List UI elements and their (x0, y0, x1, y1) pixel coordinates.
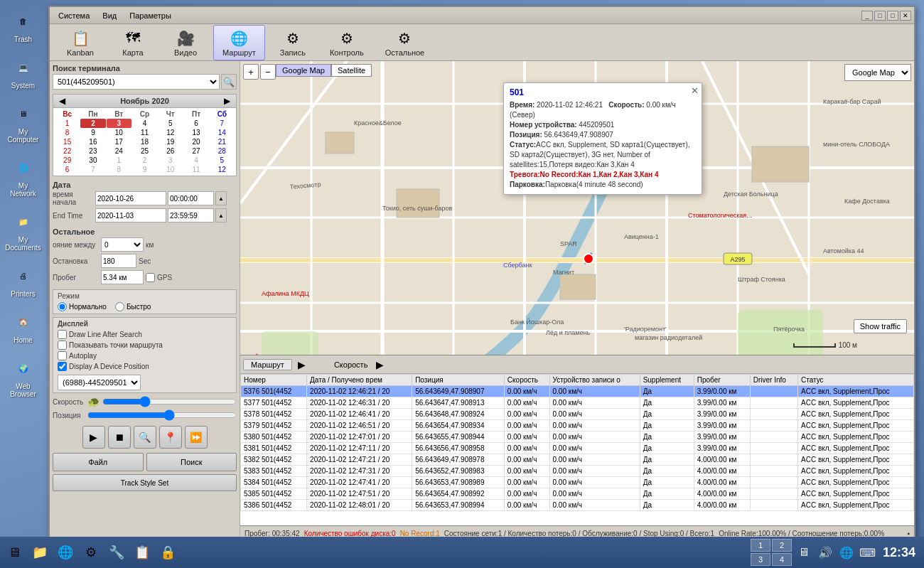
toolbar-kanban[interactable]: 📋 Kanban (55, 25, 105, 60)
cal-day-om-10[interactable]: 10 (158, 165, 183, 174)
show-points-checkbox[interactable] (58, 341, 67, 350)
mileage-input[interactable] (101, 270, 144, 284)
fast-forward-button[interactable]: ⏩ (185, 426, 208, 449)
cal-day-10[interactable]: 10 (107, 128, 131, 137)
track-style-button[interactable]: Track Style Set (53, 474, 237, 491)
restore-button[interactable]: □ (887, 11, 898, 21)
table-row[interactable]: 5380 501(44522020-11-02 12:47:01 / 2056.… (241, 432, 914, 443)
popup-close-button[interactable]: ✕ (691, 85, 699, 96)
cal-day-om-8[interactable]: 8 (107, 165, 131, 174)
menu-vid[interactable]: Вид (97, 10, 122, 21)
table-row[interactable]: 5383 501(44522020-11-02 12:47:31 / 2056.… (241, 466, 914, 477)
cal-day-19[interactable]: 19 (158, 137, 183, 146)
cal-next-button[interactable]: ▶ (221, 96, 233, 106)
mode-fast[interactable]: Быстро (115, 302, 151, 311)
taskbar-icon-4[interactable]: ⚙ (80, 541, 102, 564)
my-documents-icon-desktop[interactable]: 📁 My Documents (3, 206, 44, 254)
mode-normal[interactable]: Нормально (58, 302, 107, 311)
cal-day-29[interactable]: 29 (55, 156, 80, 165)
table-row[interactable]: 5378 501(44522020-11-02 12:46:41 / 2056.… (241, 409, 914, 420)
cal-day-23[interactable]: 23 (80, 146, 105, 156)
cal-day-3[interactable]: 3 (107, 119, 131, 128)
my-computer-icon-desktop[interactable]: 🖥 My Computer (3, 98, 44, 146)
toolbar-video[interactable]: 🎥 Видео (161, 25, 210, 60)
minimize-button[interactable]: _ (861, 11, 873, 21)
cal-day-6[interactable]: 6 (183, 119, 208, 128)
cal-day-9[interactable]: 9 (80, 128, 105, 137)
taskbar-num-1[interactable]: 1 (751, 539, 770, 552)
cal-day-21[interactable]: 21 (210, 137, 235, 146)
start-time-input[interactable] (168, 191, 214, 205)
taskbar-num-4[interactable]: 4 (772, 553, 792, 566)
show-traffic-button[interactable]: Show traffic (854, 319, 907, 333)
taskbar-icon-7[interactable]: 🔒 (156, 541, 179, 564)
speed-arrow-icon[interactable]: ▶ (376, 359, 384, 370)
cal-day-12[interactable]: 12 (158, 128, 183, 137)
mode-fast-radio[interactable] (115, 302, 124, 311)
printers-icon-desktop[interactable]: 🖨 Printers (3, 260, 44, 301)
cal-day-om-9[interactable]: 9 (132, 165, 157, 174)
zoom-out-button[interactable]: − (260, 64, 276, 80)
search-action-button[interactable]: Поиск (146, 453, 237, 471)
taskbar-icon-5[interactable]: 🔧 (105, 541, 128, 564)
taskbar-small-icon-3[interactable]: 🌐 (837, 543, 856, 562)
start-time-spin[interactable]: ▲ (215, 191, 227, 205)
autoplay-checkbox[interactable] (58, 351, 67, 360)
gps-checkbox[interactable] (146, 273, 155, 282)
cal-day-25[interactable]: 25 (132, 146, 157, 156)
zoom-button[interactable]: 🔍 (134, 426, 156, 449)
cal-day-1[interactable]: 1 (55, 119, 80, 128)
table-row[interactable]: 5382 501(44522020-11-02 12:47:21 / 2056.… (241, 454, 914, 466)
stop-button[interactable]: ⏹ (108, 426, 131, 449)
cal-day-11[interactable]: 11 (132, 128, 157, 137)
cal-day-om-4[interactable]: 4 (183, 156, 208, 165)
cal-day-om-3[interactable]: 3 (158, 156, 183, 165)
file-button[interactable]: Файл (53, 453, 144, 471)
cal-day-8[interactable]: 8 (55, 128, 80, 137)
toolbar-route[interactable]: 🌐 Маршрут (213, 25, 265, 60)
cal-day-2[interactable]: 2 (80, 119, 105, 128)
cal-day-17[interactable]: 17 (107, 137, 131, 146)
cal-day-20[interactable]: 20 (183, 137, 208, 146)
cal-day-om-11[interactable]: 11 (183, 165, 208, 174)
toolbar-record[interactable]: ⚙ Запись (268, 25, 318, 60)
taskbar-icon-3[interactable]: 🌐 (54, 541, 77, 564)
taskbar-icon-2[interactable]: 📁 (28, 541, 51, 564)
stop-input[interactable] (101, 254, 136, 268)
toolbar-other[interactable]: ⚙ Остальное (376, 25, 434, 60)
table-row[interactable]: 5377 501(44522020-11-02 12:46:31 / 2056.… (241, 397, 914, 409)
table-row[interactable]: 5379 501(44522020-11-02 12:46:51 / 2056.… (241, 420, 914, 432)
end-time-input[interactable] (168, 208, 214, 223)
maximize-button[interactable]: □ (874, 11, 886, 21)
cal-day-24[interactable]: 24 (107, 146, 131, 156)
data-table[interactable]: Номер Дата / Получено врем Позиция Скоро… (240, 374, 914, 525)
cal-day-30[interactable]: 30 (80, 156, 105, 165)
cal-day-18[interactable]: 18 (132, 137, 157, 146)
trash-icon-desktop[interactable]: 🗑 Trash (3, 6, 44, 46)
table-row[interactable]: 5384 501(44522020-11-02 12:47:41 / 2056.… (241, 477, 914, 488)
mode-normal-radio[interactable] (58, 302, 67, 311)
taskbar-num-2[interactable]: 2 (772, 539, 792, 552)
end-date-input[interactable] (95, 208, 166, 223)
cal-day-om-6[interactable]: 6 (55, 165, 80, 174)
satellite-button[interactable]: Satellite (331, 64, 372, 77)
device-select[interactable]: (6988)-445209501 (58, 375, 141, 390)
taskbar-icon-1[interactable]: 🖥 (3, 541, 26, 564)
cal-day-om-1[interactable]: 1 (107, 156, 131, 165)
taskbar-small-icon-4[interactable]: ⌨ (859, 543, 877, 562)
pin-button[interactable]: 📍 (159, 426, 182, 449)
cal-prev-button[interactable]: ◀ (56, 96, 68, 106)
cal-day-om-2[interactable]: 2 (132, 156, 157, 165)
end-time-spin[interactable]: ▲ (215, 208, 227, 223)
cal-day-28[interactable]: 28 (210, 146, 235, 156)
cal-day-4[interactable]: 4 (132, 119, 157, 128)
route-tab-button[interactable]: Маршрут (243, 359, 292, 370)
route-point-marker[interactable] (583, 253, 594, 264)
taskbar-small-icon-2[interactable]: 🔊 (816, 543, 834, 562)
search-button[interactable]: 🔍 (221, 74, 237, 90)
play-button[interactable]: ▶ (82, 426, 105, 449)
position-slider[interactable] (87, 409, 237, 421)
home-icon-desktop[interactable]: 🏠 Home (3, 306, 44, 347)
draw-line-checkbox[interactable] (58, 330, 67, 339)
system-icon-desktop[interactable]: 💻 System (3, 52, 44, 92)
